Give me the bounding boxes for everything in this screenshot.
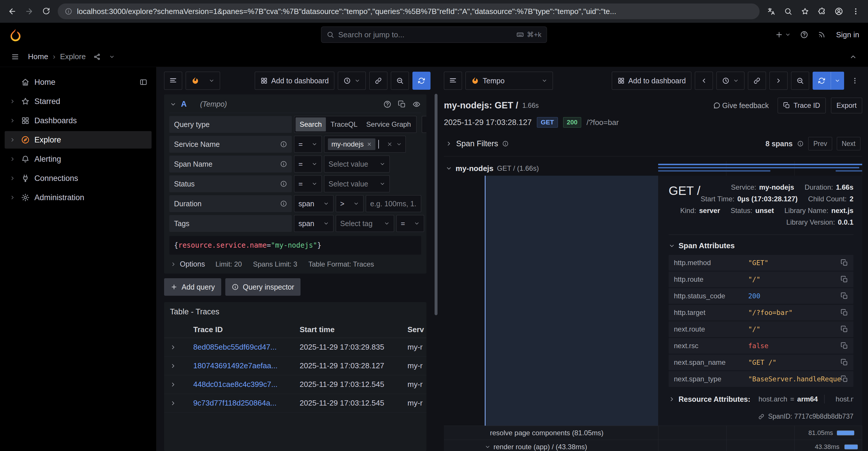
- chevron-right-icon[interactable]: [9, 98, 16, 104]
- move-pane-right-icon[interactable]: [770, 72, 787, 90]
- new-button[interactable]: [772, 27, 794, 43]
- sidebar-item-administration[interactable]: Administration: [5, 189, 152, 206]
- dock-menu-icon[interactable]: [139, 78, 148, 86]
- time-picker-button[interactable]: [716, 72, 744, 90]
- share-dropdown-toggle[interactable]: [105, 49, 118, 65]
- row-expander-icon[interactable]: [170, 381, 176, 388]
- duplicate-query-icon[interactable]: [398, 100, 406, 108]
- mega-menu-toggle-icon[interactable]: [7, 49, 23, 65]
- news-icon[interactable]: [814, 27, 829, 43]
- tab-traceql[interactable]: TraceQL: [327, 118, 362, 131]
- copy-value-icon[interactable]: [841, 292, 848, 300]
- sidebar-item-starred[interactable]: Starred: [5, 93, 152, 110]
- datasource-picker[interactable]: [186, 72, 220, 90]
- span-minimap[interactable]: [658, 161, 862, 176]
- search-box[interactable]: ⌘+k: [321, 27, 547, 43]
- copy-value-icon[interactable]: [841, 359, 848, 366]
- collapse-query-icon[interactable]: [170, 101, 176, 107]
- next-span-button[interactable]: Next: [837, 137, 861, 150]
- browser-back-button[interactable]: [4, 3, 21, 20]
- search-input[interactable]: [338, 30, 513, 39]
- tab-service-graph[interactable]: Service Graph: [362, 118, 415, 131]
- sidebar-item-alerting[interactable]: Alerting: [5, 150, 152, 168]
- link-icon[interactable]: [758, 413, 765, 420]
- trace-id-link[interactable]: 180743691492e7aefaa...: [193, 361, 300, 370]
- query-history-icon[interactable]: [444, 72, 462, 90]
- span-name-value-select[interactable]: Select value: [324, 156, 390, 172]
- span-row-render-route[interactable]: render route (app) / (43.38ms) 43.38ms: [444, 440, 862, 451]
- trace-id-button[interactable]: Trace ID: [778, 98, 826, 113]
- sidebar-item-home[interactable]: Home: [5, 73, 152, 91]
- tags-scope-select[interactable]: span: [294, 215, 334, 232]
- service-name-operator-select[interactable]: =: [294, 136, 322, 153]
- scrollbar-thumb[interactable]: [435, 94, 437, 315]
- span-row-resolve-page-components[interactable]: resolve page components (81.05ms) 81.05m…: [444, 426, 862, 440]
- time-picker-button[interactable]: [338, 72, 366, 90]
- prev-span-button[interactable]: Prev: [808, 137, 832, 150]
- run-query-button[interactable]: [813, 72, 831, 90]
- collapse-span-icon[interactable]: [446, 165, 452, 171]
- tags-key-select[interactable]: Select tag: [336, 215, 394, 232]
- copy-value-icon[interactable]: [841, 342, 848, 350]
- move-pane-left-icon[interactable]: [695, 72, 713, 90]
- zoom-out-icon[interactable]: [391, 72, 409, 90]
- query-options-toggle[interactable]: Options Limit: 20 Spans Limit: 3 Table F…: [169, 260, 421, 268]
- column-header-start-time[interactable]: Start time: [300, 325, 407, 334]
- collapse-span-icon[interactable]: [485, 444, 491, 450]
- tags-operator-select[interactable]: =: [396, 215, 424, 232]
- copy-value-icon[interactable]: [841, 259, 848, 266]
- give-feedback-button[interactable]: Give feedback: [709, 97, 772, 114]
- root-span-row[interactable]: my-nodejs GET / (1.66s): [444, 161, 862, 176]
- copy-link-icon[interactable]: [748, 72, 766, 90]
- zoom-out-icon[interactable]: [791, 72, 809, 90]
- collapse-header-icon[interactable]: [846, 49, 861, 65]
- sidebar-item-explore[interactable]: Explore: [5, 131, 152, 149]
- span-name-operator-select[interactable]: =: [294, 156, 322, 172]
- status-value-select[interactable]: Select value: [324, 175, 390, 192]
- help-icon[interactable]: [797, 27, 812, 43]
- row-expander-icon[interactable]: [170, 363, 176, 369]
- browser-reload-button[interactable]: [38, 3, 54, 20]
- chevron-right-icon[interactable]: [9, 137, 16, 143]
- pane-menu-icon[interactable]: [847, 72, 862, 89]
- column-header-trace-id[interactable]: Trace ID: [193, 325, 300, 334]
- sidebar-item-connections[interactable]: Connections: [5, 169, 152, 187]
- column-header-service[interactable]: Serv: [407, 325, 427, 334]
- chevron-right-icon[interactable]: [9, 175, 16, 181]
- extensions-icon[interactable]: [814, 3, 830, 20]
- chevron-right-icon[interactable]: [9, 118, 16, 124]
- sign-in-link[interactable]: Sign in: [836, 30, 860, 39]
- duration-input[interactable]: [366, 195, 421, 212]
- run-query-dropdown-toggle[interactable]: [831, 72, 844, 90]
- browser-menu-icon[interactable]: [847, 3, 864, 20]
- query-inspector-button[interactable]: Query inspector: [225, 278, 301, 296]
- status-operator-select[interactable]: =: [294, 175, 322, 192]
- duration-operator-select[interactable]: >: [336, 195, 364, 212]
- browser-profile-icon[interactable]: [831, 3, 847, 20]
- resource-attributes-toggle[interactable]: Resource Attributes: host.arch = arm64 h…: [669, 395, 854, 404]
- site-info-icon[interactable]: [65, 7, 72, 15]
- copy-value-icon[interactable]: [841, 309, 848, 316]
- query-history-icon[interactable]: [164, 72, 182, 90]
- row-expander-icon[interactable]: [170, 344, 176, 351]
- export-button[interactable]: Export: [831, 98, 862, 113]
- sidebar-item-dashboards[interactable]: Dashboards: [5, 112, 152, 129]
- add-query-button[interactable]: Add query: [164, 278, 221, 296]
- translate-icon[interactable]: [763, 3, 779, 20]
- chevron-right-icon[interactable]: [9, 156, 16, 162]
- import-button[interactable]: Imp: [422, 116, 427, 133]
- copy-value-icon[interactable]: [841, 375, 848, 383]
- trace-id-link[interactable]: 8ed085ebc55df69cd47...: [193, 343, 300, 352]
- clear-icon[interactable]: [387, 141, 393, 147]
- trace-id-link[interactable]: 448dc01cae8c4c399c7...: [193, 380, 300, 389]
- remove-chip-icon[interactable]: [367, 141, 372, 147]
- copy-value-icon[interactable]: [841, 276, 848, 283]
- address-bar[interactable]: localhost:3000/explore?schemaVersion=1&p…: [58, 3, 760, 19]
- copy-value-icon[interactable]: [841, 325, 848, 333]
- add-to-dashboard-button[interactable]: Add to dashboard: [612, 72, 691, 90]
- tab-search[interactable]: Search: [296, 118, 326, 131]
- breadcrumb-home[interactable]: Home: [28, 52, 48, 61]
- page-zoom-icon[interactable]: [780, 3, 796, 20]
- duration-scope-select[interactable]: span: [294, 195, 334, 212]
- datasource-picker[interactable]: Tempo: [465, 72, 553, 90]
